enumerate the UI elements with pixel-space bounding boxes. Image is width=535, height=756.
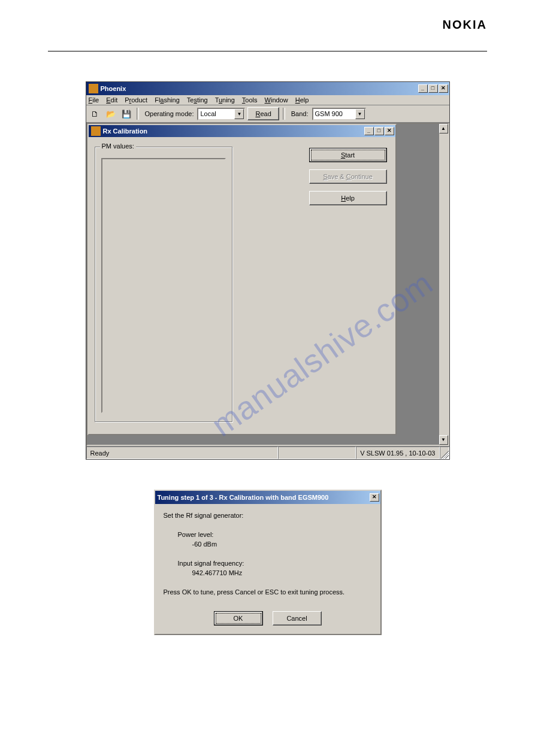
menu-tools[interactable]: Tools <box>242 96 258 104</box>
pm-values-list <box>101 158 226 413</box>
pm-values-label: PM values: <box>100 142 136 150</box>
dialog-freq-label: Input signal frequency: <box>164 559 372 569</box>
chevron-down-icon[interactable]: ▼ <box>234 109 244 119</box>
app-icon <box>89 84 98 93</box>
menu-window[interactable]: Window <box>265 96 288 104</box>
phoenix-window: Phoenix _ □ ✕ File Edit Product Flashing… <box>86 81 450 460</box>
status-version: V SLSW 01.95 , 10-10-03 <box>356 447 439 459</box>
window-title: Phoenix <box>101 85 418 92</box>
band-combo[interactable]: ▼ <box>312 108 366 120</box>
toolbar-separator <box>137 108 139 120</box>
operating-mode-label: Operating mode: <box>145 110 194 117</box>
ok-button[interactable]: OK <box>214 611 263 626</box>
mdi-client-area: Rx Calibration _ □ ✕ PM values: Start Sa… <box>86 123 449 446</box>
menu-file[interactable]: File <box>89 96 99 104</box>
menu-tuning[interactable]: Tuning <box>215 96 235 104</box>
rx-calibration-window: Rx Calibration _ □ ✕ PM values: Start Sa… <box>87 124 397 435</box>
new-icon[interactable]: 🗋 <box>89 108 102 120</box>
app-icon <box>91 126 101 136</box>
read-button[interactable]: Read <box>247 107 279 120</box>
status-ready: Ready <box>86 447 279 459</box>
minimize-button[interactable]: _ <box>418 84 428 93</box>
operating-mode-combo[interactable]: ▼ <box>197 108 245 120</box>
menubar: File Edit Product Flashing Testing Tunin… <box>86 95 449 105</box>
dialog-line-setgen: Set the Rf signal generator: <box>164 511 372 521</box>
status-mid <box>278 447 356 459</box>
vertical-scrollbar[interactable]: ▲ ▼ <box>439 124 448 445</box>
dialog-titlebar[interactable]: Tuning step 1 of 3 - Rx Calibration with… <box>155 491 380 504</box>
scroll-down-icon[interactable]: ▼ <box>439 435 448 445</box>
child-maximize-button[interactable]: □ <box>374 127 384 135</box>
titlebar[interactable]: Phoenix _ □ ✕ <box>86 82 449 95</box>
operating-mode-value[interactable] <box>198 109 234 119</box>
save-continue-button: Save & Continue <box>309 169 387 184</box>
dialog-power-value: -60 dBm <box>164 540 372 549</box>
scroll-track[interactable] <box>439 133 448 435</box>
status-bar: Ready V SLSW 01.95 , 10-10-03 <box>86 446 449 459</box>
tuning-step-dialog: Tuning step 1 of 3 - Rx Calibration with… <box>154 490 382 635</box>
child-minimize-button[interactable]: _ <box>364 127 374 135</box>
nokia-logo: NOKIA <box>48 18 487 32</box>
resize-grip[interactable] <box>440 447 449 459</box>
child-titlebar[interactable]: Rx Calibration _ □ ✕ <box>89 125 395 137</box>
band-label: Band: <box>291 110 309 117</box>
dialog-freq-value: 942.467710 MHz <box>164 569 372 578</box>
dialog-body: Set the Rf signal generator: Power level… <box>155 504 380 605</box>
header-rule <box>48 51 487 51</box>
menu-product[interactable]: Product <box>125 96 147 104</box>
help-button[interactable]: Help <box>309 191 387 205</box>
dialog-instruction: Press OK to tune, press Cancel or ESC to… <box>164 588 372 597</box>
maximize-button[interactable]: □ <box>428 84 438 93</box>
start-button[interactable]: Start <box>309 148 387 162</box>
menu-flashing[interactable]: Flashing <box>155 96 180 104</box>
child-close-button[interactable]: ✕ <box>385 127 394 135</box>
toolbar: 🗋 📂 💾 Operating mode: ▼ Read Band: ▼ <box>86 105 449 123</box>
child-title: Rx Calibration <box>103 127 364 135</box>
scroll-up-icon[interactable]: ▲ <box>439 124 448 133</box>
menu-edit[interactable]: Edit <box>106 96 117 104</box>
close-button[interactable]: ✕ <box>439 84 448 93</box>
band-value[interactable] <box>313 109 355 119</box>
pm-values-group: PM values: <box>95 147 232 422</box>
toolbar-separator-2 <box>283 108 285 120</box>
dialog-close-button[interactable]: ✕ <box>370 493 379 502</box>
chevron-down-icon[interactable]: ▼ <box>355 109 365 119</box>
open-icon[interactable]: 📂 <box>104 108 117 120</box>
dialog-power-label: Power level: <box>164 530 372 540</box>
dialog-title: Tuning step 1 of 3 - Rx Calibration with… <box>158 494 370 501</box>
menu-testing[interactable]: Testing <box>187 96 208 104</box>
cancel-button[interactable]: Cancel <box>273 611 322 626</box>
menu-help[interactable]: Help <box>295 96 309 104</box>
save-icon[interactable]: 💾 <box>120 108 133 120</box>
